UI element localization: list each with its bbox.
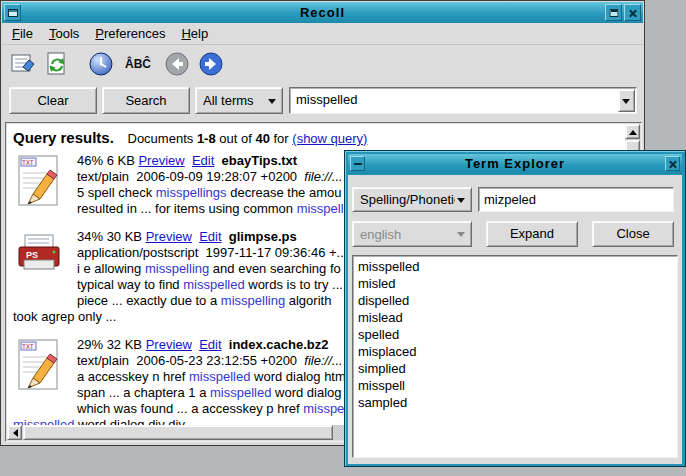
highlighted-term: misspelling bbox=[145, 261, 209, 276]
highlighted-term: misspelled bbox=[210, 385, 271, 400]
desktop: { "colors": { "titlebar_teal": "#2b9abc"… bbox=[0, 0, 686, 476]
menu-help[interactable]: Help bbox=[173, 23, 216, 44]
maximize-icon bbox=[609, 9, 618, 17]
snippet-text bbox=[214, 153, 221, 168]
menu-file[interactable]: File bbox=[4, 23, 41, 44]
expand-button[interactable]: Expand bbox=[486, 221, 578, 247]
term-explorer-spell-icon: ÂBĈ bbox=[125, 57, 151, 71]
query-value: misspelled bbox=[296, 92, 357, 107]
edit-link[interactable]: Edit bbox=[199, 229, 221, 244]
results-total: 40 bbox=[255, 131, 269, 146]
results-header: Query results. Documents 1-8 out of 40 f… bbox=[13, 129, 625, 146]
term-item[interactable]: misled bbox=[358, 275, 672, 292]
window-menu-button[interactable] bbox=[4, 4, 21, 21]
chevron-down-icon bbox=[457, 232, 465, 237]
search-mode-select[interactable]: All terms bbox=[195, 87, 283, 114]
term-item[interactable]: mislead bbox=[358, 309, 672, 326]
snippet-text: words is to try ... bbox=[245, 277, 343, 292]
snippet-text: a accesskey n href bbox=[77, 369, 189, 384]
erase-search-button[interactable] bbox=[8, 49, 38, 79]
snippet-text: 29% 32 KB bbox=[77, 337, 146, 352]
menu-preferences[interactable]: Preferences bbox=[87, 23, 173, 44]
snippet-text: application/postscript 1997-11-17 09:36:… bbox=[77, 245, 347, 260]
snippet-text: 5 spell check bbox=[77, 185, 156, 200]
window-menu-icon bbox=[8, 9, 18, 17]
forward-button[interactable] bbox=[196, 49, 226, 79]
expand-mode-select[interactable]: Spelling/Phonetic bbox=[352, 187, 472, 212]
dialog-content: Spelling/Phonetic english Expand Close m… bbox=[348, 175, 682, 464]
snippet-text: 46% 6 KB bbox=[77, 153, 138, 168]
scroll-up-button[interactable] bbox=[625, 124, 640, 139]
history-button[interactable] bbox=[86, 49, 116, 79]
results-range: 1-8 bbox=[197, 131, 216, 146]
term-input[interactable] bbox=[478, 187, 674, 212]
close-button[interactable] bbox=[624, 4, 641, 21]
update-index-button[interactable] bbox=[42, 49, 72, 79]
text-file-icon: TXT bbox=[15, 154, 63, 208]
snippet-text: typical way to find bbox=[77, 277, 183, 292]
term-item[interactable]: sampled bbox=[358, 394, 672, 411]
close-icon bbox=[668, 159, 677, 168]
close-dialog-button[interactable]: Close bbox=[592, 221, 674, 247]
term-item[interactable]: simplied bbox=[358, 360, 672, 377]
term-item[interactable]: spelled bbox=[358, 326, 672, 343]
maximize-button[interactable] bbox=[605, 4, 622, 21]
query-history-dropdown-button[interactable] bbox=[618, 89, 635, 112]
show-query-link[interactable]: (show query) bbox=[292, 131, 367, 146]
result-url: file://... bbox=[304, 169, 342, 184]
horizontal-scrollbar-thumb[interactable] bbox=[23, 425, 333, 440]
dialog-window-menu-button[interactable] bbox=[350, 156, 365, 171]
snippet-text: took agrep only ... bbox=[13, 309, 116, 324]
search-mode-value: All terms bbox=[203, 88, 266, 113]
preview-link[interactable]: Preview bbox=[146, 229, 192, 244]
term-item[interactable]: misplaced bbox=[358, 343, 672, 360]
nav-forward-icon bbox=[198, 51, 224, 77]
term-item[interactable]: misspelled bbox=[358, 258, 672, 275]
clear-button[interactable]: Clear bbox=[9, 87, 97, 114]
term-item[interactable]: misspell bbox=[358, 377, 672, 394]
snippet-text: piece ... exactly due to a bbox=[77, 293, 221, 308]
highlighted-term: misspelled bbox=[183, 277, 244, 292]
highlighted-term: misspe bbox=[303, 401, 344, 416]
dialog-close-button[interactable] bbox=[665, 156, 680, 171]
dialog-title-bar[interactable]: Term Explorer bbox=[348, 154, 682, 174]
edit-link[interactable]: Edit bbox=[192, 153, 214, 168]
back-button[interactable] bbox=[162, 49, 192, 79]
result-filename: index.cache.bz2 bbox=[229, 337, 329, 352]
close-icon bbox=[628, 8, 637, 17]
svg-text:TXT: TXT bbox=[22, 159, 34, 167]
toolbar: ÂBĈ bbox=[2, 46, 643, 84]
snippet-text: algorith bbox=[285, 293, 331, 308]
search-button[interactable]: Search bbox=[102, 87, 190, 114]
preview-link[interactable]: Preview bbox=[138, 153, 184, 168]
title-bar[interactable]: Recoll bbox=[2, 2, 643, 23]
snippet-text: which was found ... a accesskey p href bbox=[77, 401, 303, 416]
result-url: file://... bbox=[304, 353, 342, 368]
results-outof-label: out of bbox=[216, 131, 256, 146]
term-item[interactable]: dispelled bbox=[358, 292, 672, 309]
expand-mode-value: Spelling/Phonetic bbox=[360, 188, 455, 211]
preview-link[interactable]: Preview bbox=[146, 337, 192, 352]
language-select[interactable]: english bbox=[352, 221, 472, 247]
history-icon bbox=[88, 51, 114, 77]
menu-tools[interactable]: Tools bbox=[41, 23, 87, 44]
result-filename: ebayTips.txt bbox=[222, 153, 298, 168]
edit-link[interactable]: Edit bbox=[199, 337, 221, 352]
postscript-file-icon: PS bbox=[15, 230, 63, 284]
erase-search-icon bbox=[10, 51, 36, 77]
snippet-text bbox=[222, 229, 229, 244]
scroll-left-button[interactable] bbox=[7, 425, 22, 440]
snippet-text bbox=[222, 337, 229, 352]
menu-bar: FileToolsPreferencesHelp bbox=[2, 23, 643, 45]
highlighted-term: misspelli bbox=[297, 201, 347, 216]
snippet-text: word dialog htm bbox=[250, 369, 345, 384]
update-index-icon bbox=[44, 51, 70, 77]
svg-text:TXT: TXT bbox=[22, 343, 34, 351]
snippet-text: word dialog bbox=[271, 385, 341, 400]
query-input[interactable]: misspelled bbox=[289, 87, 637, 114]
term-explorer-button[interactable]: ÂBĈ bbox=[120, 49, 156, 79]
language-value: english bbox=[360, 222, 455, 248]
arrow-up-icon bbox=[629, 126, 637, 135]
highlighted-term: misspellings bbox=[156, 185, 227, 200]
arrow-left-icon bbox=[9, 429, 18, 437]
